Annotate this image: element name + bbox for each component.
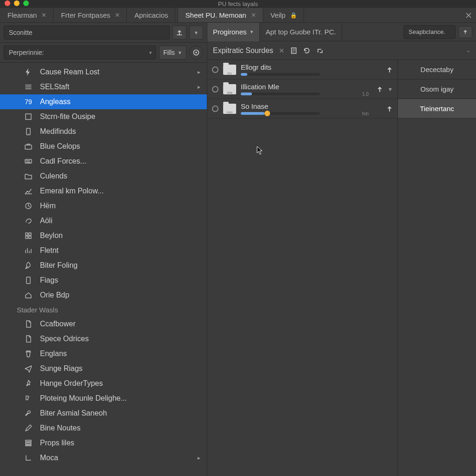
tab-progirones[interactable]: Progirones▼ [207,23,260,41]
tab-label: Veilp [271,11,286,19]
sources-list[interactable]: IcoEllogr ditsAllaIllication Mle1.0▼HenS… [207,60,398,476]
close-icon[interactable]: ✕ [251,12,256,19]
popout-icon[interactable] [316,47,324,54]
row-label: So Inase [241,102,363,110]
search-input[interactable]: Sconitte [4,26,170,40]
svg-rect-10 [26,236,28,238]
tree-item-label: Fiags [40,276,58,284]
window-title: PU fects layals [218,0,258,7]
progress-slider[interactable] [241,73,320,76]
progress-slider[interactable] [241,112,320,115]
tab-overflow-button[interactable] [461,8,476,22]
left-toolbar: Sconitte ▼ [0,23,207,43]
puzzle-icon [23,394,33,403]
tree-item[interactable]: Props liles [0,436,207,450]
page-icon[interactable] [290,47,298,54]
tree-item[interactable]: Culends [0,169,207,184]
tree-group-header[interactable]: Stader Wasls [0,303,207,317]
close-icon[interactable]: ✕ [41,12,46,19]
tab-flearman[interactable]: Flearman ✕ [0,8,53,22]
chevron-down-icon[interactable]: ▼ [388,86,393,92]
tab-veilp[interactable]: Veilp 🔒 [263,8,304,22]
swirl-icon [23,217,33,225]
tree-item[interactable]: 79Angleass [0,94,207,109]
refresh-icon[interactable] [303,47,311,54]
panel-search-button[interactable] [458,26,472,38]
chevron-down-icon[interactable]: ⌄ [466,47,470,53]
tree-item[interactable]: Biter Asmial Saneoh [0,406,207,421]
tree-item-label: Moca [40,454,58,462]
tree-item[interactable]: Fletnt [0,243,207,258]
tree-item[interactable]: Fiags [0,273,207,288]
radio-button[interactable] [212,66,218,73]
tree-item-label: Hëm [40,202,56,210]
corner-icon [23,454,33,462]
upload-icon[interactable] [386,106,393,112]
tree-item[interactable]: Bine Noutes [0,421,207,436]
upload-icon [176,29,183,36]
navigator-tree[interactable]: Cause Ream Lost▸SELStaft▸79AngleassStcrn… [0,63,207,476]
wrench-icon [23,409,33,417]
tree-item[interactable]: Ploteing Mounle Delighe... [0,391,207,406]
tree-item[interactable]: Orie Bdp [0,288,207,303]
tree-item[interactable]: Sunge Riags [0,361,207,376]
tree-item[interactable]: Moca▸ [0,450,207,465]
target-button[interactable] [189,46,203,60]
row-main: So Inase [241,102,363,115]
upload-icon [463,29,468,35]
phone2-icon [23,276,33,284]
radio-button[interactable] [212,106,218,112]
value-label: hın [362,111,369,116]
upload-icon[interactable] [377,86,383,93]
upload-button[interactable] [172,26,186,40]
upload-icon[interactable] [386,66,393,73]
left-pane: Sconitte ▼ Perperinnie: Fills▼ Cause Rea… [0,23,207,476]
tree-item[interactable]: Ccafbower [0,317,207,331]
perperinnie-select[interactable]: Perperinnie: [4,46,156,60]
tree-item[interactable]: Medifindds [0,124,207,139]
side-action-button[interactable]: Decectaby [398,60,476,79]
tree-item[interactable]: SELStaft▸ [0,79,207,94]
source-row[interactable]: IcoEllogr dits [207,60,397,79]
svg-rect-6 [25,159,32,163]
tree-item-label: Props liles [40,439,74,447]
side-action-button[interactable]: Tieinertanc [398,99,476,119]
panel-search-input[interactable]: Seapbclance. [403,25,456,39]
source-row[interactable]: AllaIllication Mle1.0▼ [207,79,397,99]
radio-button[interactable] [212,86,218,93]
tab-apnicacios[interactable]: Apnicacios [127,8,175,22]
tree-item[interactable]: Blue Celops [0,139,207,154]
svg-rect-2 [26,114,31,119]
source-row[interactable]: HenSo Inasehın [207,99,397,119]
close-icon[interactable]: ✕ [279,47,284,54]
tree-item[interactable]: Cause Ream Lost▸ [0,65,207,79]
close-icon[interactable]: ✕ [115,12,120,19]
tree-item[interactable]: Biter Foling [0,258,207,273]
tree-item[interactable]: Beylon [0,228,207,243]
tab-sheet-memoan[interactable]: Sheet PU. Memoan ✕ [178,8,263,22]
tree-item[interactable]: Stcrn-fite Ousipe [0,109,207,124]
maximize-window-button[interactable] [23,0,29,6]
tree-item-label: Ploteing Mounle Delighe... [40,394,127,403]
tree-item[interactable]: Aöli [0,213,207,228]
tree-item[interactable]: Englans [0,346,207,361]
fills-button[interactable]: Fills▼ [159,46,186,60]
side-action-button[interactable]: Osom igay [398,79,476,99]
tree-item[interactable]: Hange OrderTypes [0,376,207,391]
tree-item[interactable]: Emeral km Polow... [0,184,207,198]
pen-icon [23,424,33,432]
progress-slider[interactable] [241,93,320,95]
toolbar-dropdown-button[interactable]: ▼ [189,26,203,40]
minimize-window-button[interactable] [14,0,20,6]
tree-item[interactable]: Hëm [0,198,207,213]
tree-item-label: Biter Foling [40,261,78,270]
tree-item[interactable]: Spece Odrices [0,331,207,346]
tree-item-label: Angleass [40,98,71,106]
tab-label: Frter Fontpases [61,11,110,19]
close-window-button[interactable] [5,0,10,6]
stack2-icon [23,439,33,447]
pin-icon [23,379,33,388]
tab-fontpases[interactable]: Frter Fontpases ✕ [53,8,127,22]
tab-apt-top-guobe[interactable]: Apt top Guobe ITr. PC. [260,23,342,41]
tree-item[interactable]: Cadl Forces... [0,154,207,169]
